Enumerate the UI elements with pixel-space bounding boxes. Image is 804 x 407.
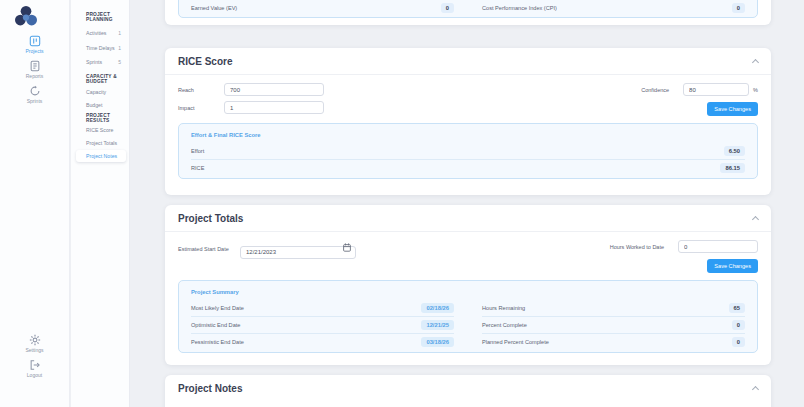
projects-icon (29, 35, 41, 47)
sidebar-item-sprints[interactable]: Sprints 5 (76, 56, 126, 68)
start-date-field (240, 240, 356, 259)
nav-section-capacity-budget: CAPACITY & BUDGET (86, 74, 125, 84)
sidebar-item-activities[interactable]: Activities 1 (76, 27, 126, 39)
hours-worked-label: Hours Worked to Date (610, 244, 664, 250)
totals-card-title: Project Totals (178, 213, 243, 224)
percent-complete-row: Percent Complete 0 (482, 316, 745, 333)
rice-card-title: RICE Score (178, 56, 232, 67)
row-label: Percent Complete (482, 322, 527, 328)
rail-item-label: Settings (0, 347, 69, 353)
hours-worked-input[interactable] (678, 240, 758, 253)
app-logo[interactable] (13, 5, 39, 31)
most-likely-end-row: Most Likely End Date 02/18/26 (191, 299, 454, 316)
nav-item-label: Sprints (86, 56, 102, 68)
start-date-input[interactable] (240, 246, 356, 259)
optimistic-end-row: Optimistic End Date 12/21/25 (191, 316, 454, 333)
reach-input[interactable] (224, 83, 324, 96)
nav-item-count: 5 (118, 56, 121, 68)
start-date-label: Estimated Start Date (178, 246, 240, 252)
planned-percent-value: 0 (732, 337, 745, 347)
calendar-icon[interactable] (343, 243, 351, 252)
project-notes-card: Project Notes (165, 375, 771, 407)
evm-summary-panel: Earned Value (EV) 0 Cost Performance Ind… (178, 0, 758, 18)
rice-summary-panel: Effort & Final RICE Score Effort 6.50 RI… (178, 123, 758, 179)
sprints-icon (29, 85, 41, 97)
collapse-chevron-icon[interactable] (752, 215, 759, 222)
evm-card: Earned Value (EV) 0 Cost Performance Ind… (165, 0, 771, 25)
rice-card-header: RICE Score (165, 48, 771, 75)
row-label: Planned Percent Complete (482, 339, 549, 345)
rail-item-label: Reports (0, 73, 69, 79)
rice-row: RICE 86.15 (191, 159, 745, 176)
effort-label: Effort (191, 148, 204, 154)
nav-item-label: Time Delays (86, 42, 115, 54)
project-summary-title: Project Summary (191, 289, 745, 295)
rail-item-settings[interactable]: Settings (0, 334, 69, 353)
sidebar-item-project-totals[interactable]: Project Totals (76, 137, 126, 149)
rice-save-button[interactable]: Save Changes (707, 102, 758, 116)
nav-item-count: 1 (118, 42, 121, 54)
nav-item-label: Budget (86, 99, 102, 111)
rail-item-logout[interactable]: Logout (0, 359, 69, 378)
rail-item-label: Sprints (0, 98, 69, 104)
nav-item-label: Capacity (86, 86, 106, 98)
reports-icon (29, 60, 41, 72)
confidence-label: Confidence (641, 87, 669, 93)
optimistic-end-value: 12/21/25 (421, 320, 454, 330)
hours-remaining-row: Hours Remaining 65 (482, 299, 745, 316)
sidebar-item-capacity[interactable]: Capacity (76, 86, 126, 98)
rail-item-label: Projects (0, 48, 69, 54)
notes-card-title: Project Notes (178, 383, 242, 394)
sidebar-item-time-delays[interactable]: Time Delays 1 (76, 42, 126, 54)
cpi-label: Cost Performance Index (CPI) (482, 5, 557, 11)
evm-label: Earned Value (EV) (191, 5, 237, 11)
sidebar-item-project-notes[interactable]: Project Notes (76, 150, 126, 162)
logo-icon (13, 5, 39, 27)
most-likely-end-value: 02/18/26 (421, 303, 454, 313)
nav-item-count: 1 (118, 27, 121, 39)
nav-section-project-planning: PROJECT PLANNING (86, 12, 125, 22)
rail-item-label: Logout (0, 372, 69, 378)
nav-item-label: Project Notes (86, 150, 117, 162)
row-label: Optimistic End Date (191, 322, 240, 328)
evm-row: Earned Value (EV) 0 (191, 0, 454, 15)
row-label: Most Likely End Date (191, 305, 244, 311)
rice-score-card: RICE Score Reach Impact Confidence % (165, 48, 771, 195)
impact-input[interactable] (224, 101, 324, 114)
collapse-chevron-icon[interactable] (752, 58, 759, 65)
icon-rail: Projects Reports Sprints Settings (0, 0, 70, 407)
percent-suffix: % (753, 87, 758, 93)
rice-value: 86.15 (720, 163, 745, 173)
project-totals-card: Project Totals Estimated Start Date (165, 205, 771, 365)
totals-card-header: Project Totals (165, 205, 771, 232)
row-label: Pessimistic End Date (191, 339, 244, 345)
rice-summary-title: Effort & Final RICE Score (191, 132, 745, 138)
cpi-row: Cost Performance Index (CPI) 0 (482, 0, 745, 15)
reach-label: Reach (178, 87, 224, 93)
hours-remaining-value: 65 (729, 303, 745, 313)
rail-item-sprints[interactable]: Sprints (0, 85, 69, 104)
percent-complete-value: 0 (732, 320, 745, 330)
logout-icon (29, 359, 41, 371)
rail-item-projects[interactable]: Projects (0, 35, 69, 54)
sidebar-nav: PROJECT PLANNING Activities 1 Time Delay… (71, 0, 130, 407)
pessimistic-end-row: Pessimistic End Date 03/18/26 (191, 333, 454, 350)
rice-label: RICE (191, 165, 204, 171)
gear-icon (29, 334, 41, 346)
planned-percent-row: Planned Percent Complete 0 (482, 333, 745, 350)
collapse-chevron-icon[interactable] (752, 386, 759, 393)
nav-item-label: RICE Score (86, 124, 113, 136)
sidebar-item-budget[interactable]: Budget (76, 99, 126, 111)
impact-label: Impact (178, 105, 224, 111)
effort-value: 6.50 (724, 146, 745, 156)
confidence-input[interactable] (683, 83, 749, 96)
notes-card-header: Project Notes (165, 375, 771, 402)
rail-item-reports[interactable]: Reports (0, 60, 69, 79)
project-summary-panel: Project Summary Most Likely End Date 02/… (178, 280, 758, 353)
totals-save-button[interactable]: Save Changes (707, 259, 758, 273)
pessimistic-end-value: 03/18/26 (421, 337, 454, 347)
effort-row: Effort 6.50 (191, 142, 745, 159)
evm-value: 0 (441, 3, 454, 13)
nav-item-label: Activities (86, 27, 106, 39)
sidebar-item-rice-score[interactable]: RICE Score (76, 124, 126, 136)
